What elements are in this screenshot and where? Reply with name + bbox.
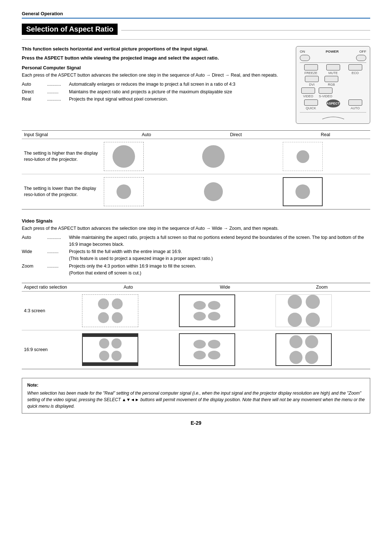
real-def-item: Real ........... Projects the input sign… (22, 96, 285, 103)
wide-box-43-auto (82, 294, 138, 327)
circle (111, 338, 122, 349)
section-title: Selection of Aspect Ratio (22, 24, 118, 35)
svideo-label: S-VIDEO (319, 94, 332, 98)
title-line (121, 30, 370, 30)
wide-box-43-wide (179, 294, 235, 327)
col-aspect-selection: Aspect ratio selection (22, 283, 80, 292)
power-label: POWER (326, 49, 339, 53)
btn-freeze[interactable] (304, 64, 318, 70)
signal-table-wrap: Input Signal Auto Direct Real The settin… (22, 130, 370, 209)
row2-direct (191, 174, 281, 209)
btn-video[interactable] (301, 87, 315, 94)
intro1: This function selects horizontal and ver… (22, 46, 285, 52)
circle (289, 335, 302, 349)
pc-signal-heading: Personal Computer Signal (22, 65, 285, 70)
btn-aspect[interactable]: ASPECT (326, 99, 340, 107)
circle-oval (208, 351, 220, 359)
wide-desc: Projects to fill the full width with the… (69, 248, 370, 262)
btn-eco[interactable] (348, 64, 362, 70)
wide-box-169-auto (82, 333, 138, 366)
remote-row-qaa: QUICK ASPECT AUTO (300, 99, 366, 110)
circle-medium (204, 182, 223, 201)
video-label: VIDEO (301, 94, 315, 98)
aspect-group: ASPECT (326, 99, 340, 110)
circle (111, 351, 122, 361)
dvi-label: DVI (305, 83, 319, 86)
btn-quick[interactable] (304, 99, 318, 106)
circle-oval (193, 351, 206, 359)
pc-definitions: Auto ........... Automatically enlarges … (22, 81, 285, 103)
btn-mute[interactable] (326, 64, 340, 70)
intro2: Press the ASPECT button while viewing th… (22, 55, 285, 61)
row-169-wide (177, 330, 274, 369)
circle (305, 335, 318, 349)
remote-row-fme: FREEZE MUTE ECO (300, 64, 366, 75)
col-auto: Auto (102, 131, 191, 139)
section-header: General Operation (22, 11, 370, 19)
box-solid-sm (283, 177, 323, 206)
row-169-auto (80, 330, 177, 369)
col-wide: Wide (177, 283, 274, 292)
black-bar-top (83, 334, 138, 337)
circles-169-wide (191, 337, 223, 362)
svideo-group: S-VIDEO (319, 87, 332, 98)
off-label: OFF (359, 49, 366, 53)
signal-table-header: Input Signal Auto Direct Real (22, 131, 370, 139)
auto-v-term: Auto (22, 234, 47, 248)
auto-v-def-item: Auto ........... While maintaining the a… (22, 234, 370, 248)
circle (288, 313, 302, 327)
video-group: VIDEO (301, 87, 315, 98)
table-row: 4:3 screen (22, 292, 370, 330)
video-definitions: Auto ........... While maintaining the a… (22, 234, 370, 277)
circle-oval (193, 340, 206, 349)
note-text: When selection has been made for the "Re… (27, 390, 365, 410)
row2-label: The setting is lower than the display re… (22, 174, 102, 209)
btn-auto[interactable] (348, 99, 362, 106)
rgb-label: RGB (324, 83, 338, 86)
rgb-group: RGB (324, 76, 338, 86)
row-43-wide (177, 292, 274, 330)
mute-label: MUTE (326, 71, 340, 75)
circles-169-auto (96, 337, 124, 362)
circle (98, 312, 109, 323)
row-169-zoom (273, 330, 370, 369)
btn-off[interactable] (356, 55, 366, 61)
circle-oval (208, 301, 220, 310)
mute-group: MUTE (326, 64, 340, 75)
auto-v-desc: While maintaining the aspect ratio, proj… (69, 234, 370, 248)
note-box: Note: When selection has been made for t… (22, 378, 370, 414)
real-dots: ........... (47, 96, 69, 103)
btn-on[interactable] (300, 55, 310, 61)
btn-dvi[interactable] (305, 76, 319, 82)
box-none-lg (193, 142, 233, 171)
wide-box-169-zoom (275, 333, 332, 366)
btn-svideo[interactable] (319, 87, 332, 94)
circles-grid-43-wide (191, 298, 223, 323)
row1-label: The setting is higher than the display r… (22, 139, 102, 174)
top-section: This function selects horizontal and ver… (22, 46, 370, 124)
quick-group: QUICK (304, 99, 318, 110)
dvi-group: DVI (305, 76, 319, 86)
box-dashed-sm2 (104, 177, 144, 206)
btn-rgb[interactable] (324, 76, 338, 82)
section-label: General Operation (22, 11, 63, 16)
note-label: Note: (27, 382, 365, 388)
row-169-label: 16:9 screen (22, 330, 80, 369)
remote-divider1 (300, 62, 366, 63)
box-none-md (193, 177, 233, 206)
video-signals-heading: Video Signals (22, 218, 370, 224)
zoom-desc: Projects only the 4:3 portion within 16:… (69, 263, 370, 277)
row1-real (281, 139, 370, 174)
circle (306, 295, 320, 309)
row-43-zoom (273, 292, 370, 330)
wide-term: Wide (22, 248, 47, 262)
direct-term: Direct (22, 89, 47, 95)
direct-desc: Maintains the aspect ratio and projects … (69, 89, 285, 95)
row1-auto (102, 139, 191, 174)
remote-row-dvirgb: DVI RGB (300, 76, 366, 86)
auto-term: Auto (22, 81, 47, 88)
eco-label: ECO (348, 71, 362, 75)
row2-auto (102, 174, 191, 209)
direct-def-item: Direct ......... Maintains the aspect ra… (22, 89, 285, 95)
circle (306, 313, 320, 327)
